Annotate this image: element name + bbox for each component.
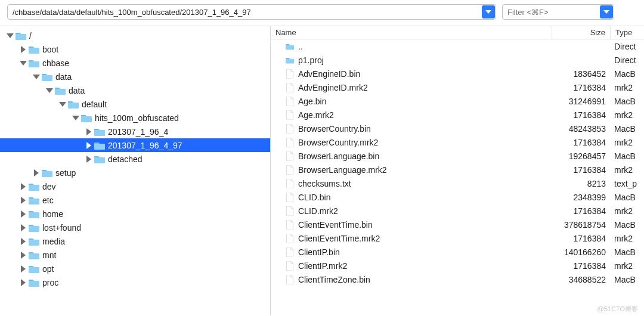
- tree-item[interactable]: setup: [0, 166, 270, 179]
- disclosure-closed-icon[interactable]: [19, 237, 27, 246]
- disclosure-closed-icon[interactable]: [19, 278, 27, 287]
- path-dropdown-button[interactable]: [482, 5, 495, 18]
- tree-item-label: hits_100m_obfuscated: [95, 113, 179, 123]
- file-row[interactable]: checksums.txt8213text_p: [271, 176, 644, 190]
- file-row[interactable]: ClientTimeZone.bin34688522MacB: [271, 272, 644, 286]
- file-row[interactable]: BrowserCountry.bin48243853MacB: [271, 122, 644, 135]
- file-icon: [285, 124, 295, 134]
- tree-item[interactable]: proc: [0, 275, 270, 289]
- file-row[interactable]: ClientEventTime.bin378618754MacB: [271, 218, 644, 231]
- tree-item[interactable]: default: [0, 97, 270, 111]
- folder-icon: [94, 140, 105, 151]
- disclosure-open-icon[interactable]: [72, 114, 80, 122]
- file-type: MacB: [611, 124, 644, 134]
- file-row[interactable]: ClientEventTime.mrk21716384mrk2: [271, 231, 644, 245]
- disclosure-closed-icon[interactable]: [32, 169, 41, 177]
- tree-item-label: 201307_1_96_4: [108, 127, 168, 137]
- list-header[interactable]: Name Size Type: [271, 26, 644, 39]
- file-row[interactable]: ClientIP.mrk21716384mrk2: [271, 259, 644, 272]
- tree-item[interactable]: dev: [0, 179, 270, 193]
- disclosure-closed-icon[interactable]: [19, 265, 27, 273]
- tree-item[interactable]: opt: [0, 262, 270, 275]
- file-row[interactable]: Age.bin31246991MacB: [271, 94, 644, 108]
- file-type: mrk2: [611, 138, 644, 147]
- disclosure-open-icon[interactable]: [32, 73, 41, 81]
- tree-item[interactable]: lost+found: [0, 221, 270, 234]
- column-size[interactable]: Size: [552, 26, 611, 39]
- disclosure-closed-icon[interactable]: [85, 128, 93, 136]
- file-icon: [285, 138, 295, 147]
- tree-item[interactable]: media: [0, 234, 270, 248]
- filter-input[interactable]: [502, 4, 614, 20]
- tree-item[interactable]: etc: [0, 193, 270, 207]
- disclosure-closed-icon[interactable]: [19, 251, 27, 259]
- folder-icon: [55, 85, 66, 96]
- file-type: MacB: [611, 275, 644, 284]
- file-row[interactable]: CLID.bin2348399MacB: [271, 190, 644, 204]
- tree-item-label: opt: [42, 264, 54, 274]
- disclosure-open-icon[interactable]: [58, 100, 67, 109]
- disclosure-open-icon[interactable]: [19, 59, 27, 67]
- tree-item-label: media: [42, 237, 65, 246]
- file-row[interactable]: Age.mrk21716384mrk2: [271, 108, 644, 122]
- file-name: ClientIP.bin: [298, 247, 340, 257]
- disclosure-open-icon[interactable]: [45, 86, 54, 95]
- filter-combo[interactable]: [502, 4, 614, 20]
- disclosure-closed-icon[interactable]: [19, 182, 27, 191]
- file-size: 1716384: [552, 138, 611, 147]
- tree-item[interactable]: /: [0, 29, 270, 42]
- file-row[interactable]: BrowserLanguage.mrk21716384mrk2: [271, 163, 644, 176]
- file-list[interactable]: Name Size Type ..Directp1.projDirectAdvE…: [271, 26, 644, 315]
- file-type: MacB: [611, 97, 644, 106]
- file-icon: [285, 261, 295, 271]
- file-name: BrowserCountry.mrk2: [298, 138, 378, 147]
- tree-item[interactable]: 201307_1_96_4: [0, 125, 270, 138]
- file-name: Age.mrk2: [298, 110, 334, 120]
- file-row[interactable]: p1.projDirect: [271, 53, 644, 67]
- file-icon: [285, 206, 295, 216]
- tree-item[interactable]: detached: [0, 152, 270, 166]
- tree-item[interactable]: home: [0, 207, 270, 221]
- filter-dropdown-button[interactable]: [600, 5, 613, 18]
- file-row[interactable]: ClientIP.bin140166260MacB: [271, 245, 644, 259]
- tree-item[interactable]: hits_100m_obfuscated: [0, 111, 270, 125]
- disclosure-closed-icon[interactable]: [85, 141, 93, 150]
- file-row[interactable]: ..Direct: [271, 39, 644, 53]
- disclosure-open-icon[interactable]: [6, 32, 14, 40]
- disclosure-closed-icon[interactable]: [19, 196, 27, 205]
- disclosure-closed-icon[interactable]: [85, 155, 93, 163]
- folder-tree[interactable]: /bootchbasedatadatadefaulthits_100m_obfu…: [0, 26, 271, 315]
- column-name[interactable]: Name: [271, 26, 552, 39]
- file-row[interactable]: BrowserCountry.mrk21716384mrk2: [271, 135, 644, 149]
- file-type: MacB: [611, 151, 644, 161]
- file-icon: [285, 234, 295, 243]
- path-input[interactable]: [7, 4, 496, 20]
- file-size: 19268457: [552, 151, 611, 161]
- folder-icon: [29, 250, 39, 261]
- file-type: mrk2: [611, 165, 644, 175]
- file-type: mrk2: [611, 83, 644, 92]
- folder-icon: [42, 168, 52, 178]
- folder-icon: [29, 44, 39, 55]
- tree-item[interactable]: boot: [0, 42, 270, 56]
- file-row[interactable]: AdvEngineID.bin1836452MacB: [271, 67, 644, 80]
- tree-item[interactable]: 201307_1_96_4_97: [0, 138, 270, 152]
- file-row[interactable]: AdvEngineID.mrk21716384mrk2: [271, 80, 644, 94]
- tree-item[interactable]: mnt: [0, 248, 270, 262]
- path-combo[interactable]: [7, 4, 496, 20]
- tree-item[interactable]: data: [0, 83, 270, 97]
- folder-icon: [29, 58, 39, 69]
- file-name: AdvEngineID.mrk2: [298, 83, 368, 92]
- disclosure-closed-icon[interactable]: [19, 224, 27, 232]
- tree-item-label: /: [29, 31, 32, 41]
- folder-icon: [29, 195, 39, 206]
- disclosure-closed-icon[interactable]: [19, 210, 27, 218]
- file-row[interactable]: BrowserLanguage.bin19268457MacB: [271, 149, 644, 163]
- tree-item[interactable]: data: [0, 70, 270, 83]
- disclosure-closed-icon[interactable]: [19, 45, 27, 54]
- tree-item-label: setup: [55, 168, 76, 178]
- file-size: 48243853: [552, 124, 611, 134]
- column-type[interactable]: Type: [611, 26, 644, 39]
- file-row[interactable]: CLID.mrk21716384mrk2: [271, 204, 644, 218]
- tree-item[interactable]: chbase: [0, 56, 270, 70]
